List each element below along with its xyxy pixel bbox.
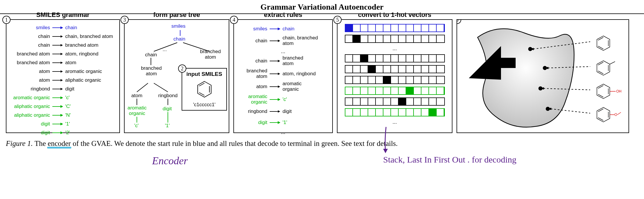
grammar-rule: smileschain — [9, 24, 116, 32]
extracted-rule: ringbonddigit — [237, 107, 329, 116]
onehot-vector — [345, 65, 445, 73]
svg-marker-15 — [61, 88, 63, 90]
svg-marker-13 — [61, 79, 63, 81]
grammar-rule: atomaliphatic organic — [9, 76, 116, 84]
tree-node-ringbond: ringbond — [158, 93, 178, 99]
svg-marker-25 — [61, 132, 63, 134]
svg-line-72 — [598, 37, 603, 40]
benzene-icon — [194, 79, 215, 100]
svg-marker-5 — [61, 44, 63, 46]
tree-node-branched: branchedatom — [200, 49, 221, 60]
ellipsis: ... — [237, 48, 329, 55]
svg-marker-51 — [278, 98, 280, 101]
extracted-rule: smileschain — [237, 24, 329, 34]
svg-line-81 — [598, 85, 603, 88]
tree-node-chain2: chain — [145, 52, 157, 58]
latent-manifold: OH O — [457, 20, 629, 133]
handwritten-encoder: Encoder — [152, 155, 188, 167]
grammar-rule: aromatic organic'c' — [9, 94, 116, 102]
tree-dots: ... — [163, 47, 167, 53]
panel2-label: form parse tree — [125, 11, 229, 19]
panel1-label: SMILES grammar — [6, 11, 119, 19]
svg-marker-1 — [61, 27, 63, 29]
svg-line-86 — [598, 118, 603, 121]
svg-line-31 — [154, 83, 168, 92]
extracted-rule: branchedatomatom, ringbond — [237, 68, 329, 80]
svg-line-90 — [617, 112, 621, 115]
panel-extract-rules: extract rules 4 smileschainchainchain, b… — [233, 19, 333, 133]
svg-text:OH: OH — [616, 89, 621, 93]
panel-onehot: convert to 1-hot vectors 5 ...... — [337, 19, 452, 133]
onehot-vector — [345, 97, 445, 106]
panel4-label: convert to 1-hot vectors — [338, 11, 452, 19]
svg-marker-11 — [61, 70, 63, 73]
panel-smiles-grammar: SMILES grammar 1 smileschainchainchain, … — [6, 19, 120, 133]
svg-line-75 — [598, 71, 603, 74]
svg-marker-23 — [61, 123, 63, 125]
grammar-rule: chainbranched atom — [9, 41, 116, 49]
svg-marker-84 — [597, 107, 610, 122]
svg-marker-53 — [278, 110, 280, 113]
grammar-rule: digit'1' — [9, 120, 116, 128]
onehot-vector — [345, 76, 445, 84]
handwritten-stack: Stack, Last In First Out . for decoding — [383, 155, 516, 165]
svg-text:O: O — [614, 113, 617, 117]
onehot-vector — [345, 108, 445, 116]
svg-line-76 — [598, 62, 603, 65]
input-smiles-string: 'c1ccccc1' — [185, 102, 224, 108]
svg-marker-78 — [597, 84, 610, 99]
svg-line-87 — [598, 109, 603, 112]
onehot-vector — [345, 54, 445, 62]
tree-node-aromatic: aromaticorganic — [128, 105, 147, 116]
tree-node-branched2: branchedatom — [141, 66, 162, 76]
svg-marker-17 — [61, 97, 63, 99]
grammar-rule: atomaromatic organic — [9, 68, 116, 75]
svg-marker-47 — [278, 73, 280, 75]
svg-marker-73 — [597, 61, 610, 75]
svg-marker-41 — [278, 28, 280, 30]
tree-node-chain: chain — [173, 36, 185, 42]
input-smiles-label: input SMILES — [185, 71, 224, 77]
extracted-rule: aromaticorganic'c' — [237, 94, 329, 105]
tree-node-atom: atom — [131, 93, 142, 99]
panel-latent: map to latent space 6 — [457, 19, 629, 133]
svg-marker-43 — [278, 40, 280, 42]
onehot-vector — [345, 24, 445, 32]
svg-marker-69 — [597, 36, 610, 50]
svg-line-77 — [610, 62, 615, 64]
grammar-rule: chainchain, branched atom — [9, 33, 116, 40]
extracted-rule: digit'1' — [237, 118, 329, 128]
grammar-rule: aliphatic organic'N' — [9, 111, 116, 119]
svg-marker-49 — [278, 85, 280, 88]
figure-caption: Figure 1. The encoder of the GVAE. We de… — [0, 136, 644, 148]
tree-node-1: '1' — [165, 123, 170, 129]
extracted-rule: chainbranchedatom — [237, 55, 329, 67]
tree-node-c: 'c' — [134, 123, 139, 129]
svg-line-71 — [598, 46, 603, 49]
tree-node-smiles: smiles — [171, 23, 185, 29]
step-circle-2: 2 — [178, 64, 186, 73]
highlighted-word: encoder — [48, 139, 71, 147]
panel-parse-tree: form parse tree 3 smiles chain ... chain… — [124, 19, 229, 133]
extracted-rule: atomaromaticorganic — [237, 81, 329, 92]
grammar-rule: branched atomatom — [9, 59, 116, 67]
svg-marker-45 — [278, 60, 280, 62]
ellipsis: ... — [237, 129, 329, 136]
step-circle-5: 5 — [333, 16, 342, 24]
ellipsis: ... — [392, 46, 397, 52]
grammar-rule: aliphatic organic'C' — [9, 103, 116, 110]
svg-line-80 — [598, 94, 603, 97]
extracted-rule: chainchain, branchedatom — [237, 35, 329, 47]
onehot-vector — [345, 87, 445, 95]
tree-node-digit: digit — [163, 106, 172, 112]
svg-marker-21 — [61, 114, 63, 116]
grammar-rule: digit'2' — [9, 129, 116, 137]
step-circle-1: 1 — [2, 16, 11, 24]
svg-marker-3 — [61, 35, 63, 38]
grammar-rule: branched atomatom, ringbond — [9, 50, 116, 58]
panel3-label: extract rules — [234, 11, 332, 19]
svg-marker-19 — [61, 105, 63, 108]
ellipsis: ... — [392, 119, 397, 125]
onehot-vector — [345, 35, 445, 43]
input-smiles-box: 2 input SMILES 'c1ccccc1' — [182, 68, 227, 111]
